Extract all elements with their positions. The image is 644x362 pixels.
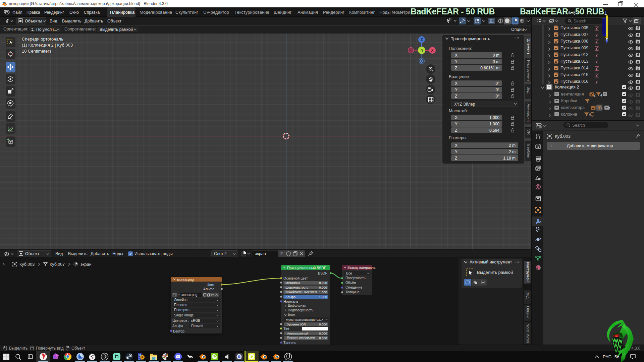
svg-text:-Y: -Y xyxy=(420,48,424,52)
svg-text:X: X xyxy=(431,48,434,52)
svg-text:Z: Z xyxy=(421,38,423,42)
